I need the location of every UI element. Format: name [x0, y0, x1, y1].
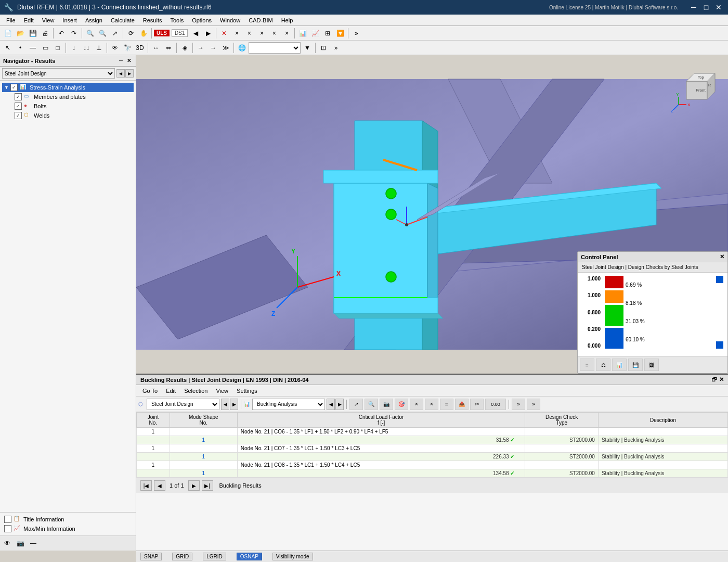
nav-arrow-left[interactable]: ◀: [116, 69, 125, 78]
nav-cb-members[interactable]: [15, 93, 22, 100]
results-tb11[interactable]: »: [512, 399, 525, 410]
tb2-view2[interactable]: 🔭: [122, 42, 133, 54]
nav-cb-title[interactable]: [4, 516, 11, 523]
tb-xxx5[interactable]: ×: [281, 28, 292, 39]
nav-cb-stress[interactable]: [10, 84, 18, 91]
tb-prev-ds[interactable]: ◀: [190, 28, 201, 39]
pg-next[interactable]: ▶: [188, 480, 200, 491]
nav-expand-stress[interactable]: ▼: [4, 85, 10, 90]
nav-item-maxmin-info[interactable]: 📈 Max/Min Information: [2, 524, 134, 533]
menu-file[interactable]: File: [2, 16, 20, 24]
tb-more[interactable]: »: [350, 28, 362, 39]
combo2-next[interactable]: ▶: [335, 399, 344, 410]
menu-insert[interactable]: Insert: [58, 16, 81, 24]
menu-cadbim[interactable]: CAD-BIM: [244, 16, 277, 24]
cp-close[interactable]: ✕: [720, 253, 724, 260]
results-restore[interactable]: 🗗: [711, 376, 717, 383]
tb2-dim2[interactable]: ⇔: [163, 42, 174, 54]
tb-zoom-in[interactable]: 🔍: [84, 28, 96, 39]
nav-cb-maxmin[interactable]: [4, 525, 11, 532]
results-tb6[interactable]: ×: [425, 399, 438, 410]
nav-cb-bolts[interactable]: [15, 103, 22, 110]
tb2-arrow-r2[interactable]: →: [207, 42, 219, 54]
tb-xxx4[interactable]: ×: [268, 28, 280, 39]
tb-undo[interactable]: ↶: [56, 28, 67, 39]
tb2-view1[interactable]: 👁: [109, 42, 121, 54]
results-combo2[interactable]: Buckling Analysis: [252, 399, 325, 410]
tb-save[interactable]: 💾: [27, 28, 38, 39]
nav-tb-eye[interactable]: 👁: [2, 538, 13, 549]
tb2-display[interactable]: ⊡: [318, 42, 329, 54]
tb-new[interactable]: 📄: [2, 28, 14, 39]
results-tb8[interactable]: 📤: [455, 399, 469, 410]
cp-tb-chart[interactable]: 📊: [612, 359, 627, 371]
cp-tb-balance[interactable]: ⚖: [596, 359, 610, 371]
menu-options[interactable]: Options: [188, 16, 216, 24]
tb2-render[interactable]: ◈: [179, 42, 190, 54]
results-tb5[interactable]: ×: [410, 399, 423, 410]
tb2-expand2[interactable]: ▼: [302, 42, 313, 54]
cube-navigator[interactable]: Front Top R X Y Z: [671, 60, 723, 112]
results-tb10[interactable]: 0.00: [485, 399, 506, 410]
tb-select[interactable]: ↗: [109, 28, 121, 39]
tb2-cursor[interactable]: ↖: [2, 42, 14, 54]
results-tb7[interactable]: ≡: [440, 399, 453, 410]
results-menu-view[interactable]: View: [212, 387, 232, 395]
menu-tools[interactable]: Tools: [166, 16, 188, 24]
results-close[interactable]: ✕: [719, 376, 724, 383]
cp-tb-save[interactable]: 💾: [628, 359, 643, 371]
maximize-button[interactable]: □: [701, 2, 711, 12]
pg-first[interactable]: |◀: [140, 480, 152, 491]
tb2-load2[interactable]: ↓↓: [81, 42, 92, 54]
tb2-member[interactable]: —: [27, 42, 38, 54]
tb-print[interactable]: 🖨: [40, 28, 51, 39]
tb-xxx3[interactable]: ×: [256, 28, 267, 39]
tb2-solid[interactable]: □: [52, 42, 63, 54]
menu-edit[interactable]: Edit: [20, 16, 38, 24]
results-menu-edit[interactable]: Edit: [162, 387, 180, 395]
tb-open[interactable]: 📂: [15, 28, 26, 39]
tb2-expand[interactable]: ≫: [220, 42, 231, 54]
nav-tb-camera[interactable]: 📷: [15, 538, 26, 549]
viewport-container[interactable]: X Y Z: [136, 55, 728, 374]
nav-item-title-info[interactable]: 📋 Title Information: [2, 515, 134, 524]
combo1-prev[interactable]: ◀: [221, 399, 229, 410]
menu-calculate[interactable]: Calculate: [107, 16, 139, 24]
nav-item-members-plates[interactable]: ▭ Members and plates: [12, 92, 134, 101]
tb-filter[interactable]: 🔽: [334, 28, 346, 39]
tb2-surface[interactable]: ▭: [40, 42, 51, 54]
results-menu-selection[interactable]: Selection: [180, 387, 212, 395]
nav-item-stress-strain[interactable]: ▼ 📊 Stress-Strain Analysis: [2, 83, 134, 92]
tb2-load3[interactable]: ⊥: [93, 42, 105, 54]
menu-assign[interactable]: Assign: [81, 16, 107, 24]
close-button[interactable]: ✕: [713, 2, 724, 12]
menu-help[interactable]: Help: [277, 16, 297, 24]
nav-pin[interactable]: ─: [118, 57, 124, 64]
menu-window[interactable]: Window: [216, 16, 244, 24]
menu-results[interactable]: Results: [139, 16, 166, 24]
nav-arrow-right[interactable]: ▶: [125, 69, 134, 78]
tb-rotate[interactable]: ⟳: [125, 28, 137, 39]
tb2-dim1[interactable]: ↔: [150, 42, 162, 54]
tb-xxx1[interactable]: ×: [231, 28, 242, 39]
nav-item-bolts[interactable]: ● Bolts: [12, 101, 134, 111]
results-tb12[interactable]: »: [527, 399, 540, 410]
tb2-load1[interactable]: ↓: [68, 42, 80, 54]
tb-results[interactable]: 📊: [297, 28, 308, 39]
combo2-prev[interactable]: ◀: [327, 399, 335, 410]
tb2-arrow-r1[interactable]: →: [195, 42, 206, 54]
tb-zoom-out[interactable]: 🔍: [97, 28, 108, 39]
tb2-global[interactable]: 🌐: [236, 42, 248, 54]
results-tb3[interactable]: 📷: [380, 399, 393, 410]
cp-tb-image[interactable]: 🖼: [644, 359, 659, 371]
results-combo1[interactable]: Steel Joint Design: [147, 399, 219, 410]
minimize-button[interactable]: ─: [688, 2, 699, 12]
pg-prev[interactable]: ◀: [154, 480, 165, 491]
results-menu-settings[interactable]: Settings: [232, 387, 262, 395]
global-xyz-select[interactable]: 1 - Global XYZ: [249, 42, 301, 54]
nav-close[interactable]: ✕: [125, 57, 133, 64]
results-tb4[interactable]: 🎯: [395, 399, 408, 410]
results-tb9[interactable]: ✂: [470, 399, 484, 410]
nav-cb-welds[interactable]: [15, 112, 22, 119]
cp-tb-list[interactable]: ≡: [580, 359, 594, 371]
